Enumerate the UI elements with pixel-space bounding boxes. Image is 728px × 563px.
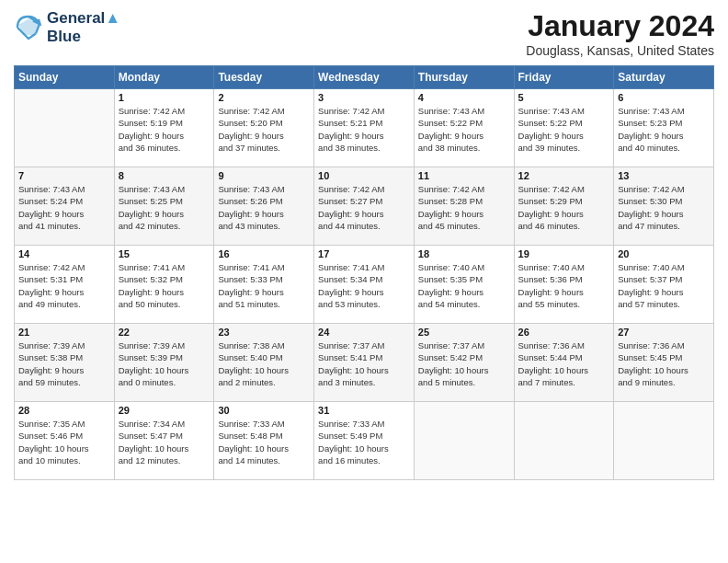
calendar-day-cell: 26Sunrise: 7:36 AM Sunset: 5:44 PM Dayli…	[514, 324, 614, 402]
calendar-day-cell: 23Sunrise: 7:38 AM Sunset: 5:40 PM Dayli…	[214, 324, 314, 402]
day-number: 13	[618, 170, 710, 181]
calendar-day-cell: 2Sunrise: 7:42 AM Sunset: 5:20 PM Daylig…	[214, 89, 314, 167]
day-info: Sunrise: 7:42 AM Sunset: 5:29 PM Dayligh…	[518, 183, 610, 232]
day-info: Sunrise: 7:42 AM Sunset: 5:28 PM Dayligh…	[418, 183, 510, 232]
calendar-week-row: 21Sunrise: 7:39 AM Sunset: 5:38 PM Dayli…	[15, 324, 714, 402]
day-number: 8	[119, 170, 210, 181]
day-number: 27	[618, 327, 710, 338]
weekday-header-cell: Saturday	[614, 66, 714, 89]
day-number: 1	[119, 92, 210, 103]
day-number: 26	[518, 327, 610, 338]
calendar-day-cell: 4Sunrise: 7:43 AM Sunset: 5:22 PM Daylig…	[414, 89, 514, 167]
title-block: January 2024 Douglass, Kansas, United St…	[526, 9, 714, 58]
calendar-day-cell: 27Sunrise: 7:36 AM Sunset: 5:45 PM Dayli…	[614, 324, 714, 402]
day-number: 28	[18, 405, 110, 416]
calendar-day-cell	[414, 402, 514, 480]
day-info: Sunrise: 7:39 AM Sunset: 5:39 PM Dayligh…	[119, 339, 210, 388]
weekday-header-cell: Monday	[114, 66, 214, 89]
calendar-day-cell: 22Sunrise: 7:39 AM Sunset: 5:39 PM Dayli…	[114, 324, 214, 402]
day-number: 16	[218, 248, 310, 259]
calendar-week-row: 7Sunrise: 7:43 AM Sunset: 5:24 PM Daylig…	[15, 167, 714, 246]
weekday-header-cell: Tuesday	[214, 66, 314, 89]
calendar-day-cell: 3Sunrise: 7:42 AM Sunset: 5:21 PM Daylig…	[314, 89, 415, 167]
day-number: 20	[618, 248, 710, 259]
calendar-day-cell: 24Sunrise: 7:37 AM Sunset: 5:41 PM Dayli…	[314, 324, 415, 402]
weekday-header-cell: Thursday	[414, 66, 514, 89]
calendar-day-cell: 25Sunrise: 7:37 AM Sunset: 5:42 PM Dayli…	[414, 324, 514, 402]
day-info: Sunrise: 7:41 AM Sunset: 5:34 PM Dayligh…	[318, 261, 410, 310]
calendar-day-cell: 14Sunrise: 7:42 AM Sunset: 5:31 PM Dayli…	[15, 246, 115, 324]
logo-icon	[14, 13, 43, 42]
weekday-header-cell: Wednesday	[314, 66, 415, 89]
calendar-day-cell: 6Sunrise: 7:43 AM Sunset: 5:23 PM Daylig…	[614, 89, 714, 167]
day-info: Sunrise: 7:38 AM Sunset: 5:40 PM Dayligh…	[218, 339, 310, 388]
day-info: Sunrise: 7:37 AM Sunset: 5:42 PM Dayligh…	[418, 339, 510, 388]
calendar-day-cell: 10Sunrise: 7:42 AM Sunset: 5:27 PM Dayli…	[314, 167, 415, 246]
day-info: Sunrise: 7:43 AM Sunset: 5:26 PM Dayligh…	[218, 183, 310, 232]
calendar-body: 1Sunrise: 7:42 AM Sunset: 5:19 PM Daylig…	[15, 89, 714, 480]
day-number: 3	[318, 92, 410, 103]
day-info: Sunrise: 7:40 AM Sunset: 5:37 PM Dayligh…	[618, 261, 710, 310]
calendar-day-cell: 11Sunrise: 7:42 AM Sunset: 5:28 PM Dayli…	[414, 167, 514, 246]
day-info: Sunrise: 7:42 AM Sunset: 5:30 PM Dayligh…	[618, 183, 710, 232]
calendar-week-row: 14Sunrise: 7:42 AM Sunset: 5:31 PM Dayli…	[15, 246, 714, 324]
day-number: 18	[418, 248, 510, 259]
day-info: Sunrise: 7:36 AM Sunset: 5:45 PM Dayligh…	[618, 339, 710, 388]
calendar-day-cell: 5Sunrise: 7:43 AM Sunset: 5:22 PM Daylig…	[514, 89, 614, 167]
day-number: 2	[218, 92, 310, 103]
day-info: Sunrise: 7:42 AM Sunset: 5:27 PM Dayligh…	[318, 183, 410, 232]
calendar-day-cell: 28Sunrise: 7:35 AM Sunset: 5:46 PM Dayli…	[15, 402, 115, 480]
weekday-header-cell: Friday	[514, 66, 614, 89]
day-number: 4	[418, 92, 510, 103]
weekday-header-row: SundayMondayTuesdayWednesdayThursdayFrid…	[15, 66, 714, 89]
calendar-day-cell	[15, 89, 115, 167]
day-info: Sunrise: 7:40 AM Sunset: 5:35 PM Dayligh…	[418, 261, 510, 310]
day-info: Sunrise: 7:42 AM Sunset: 5:20 PM Dayligh…	[218, 105, 310, 154]
day-number: 21	[18, 327, 110, 338]
day-number: 9	[218, 170, 310, 181]
calendar-table: SundayMondayTuesdayWednesdayThursdayFrid…	[14, 65, 714, 480]
day-info: Sunrise: 7:42 AM Sunset: 5:31 PM Dayligh…	[18, 261, 110, 310]
logo-text: General▲ Blue	[47, 9, 120, 46]
weekday-header-cell: Sunday	[15, 66, 115, 89]
calendar-day-cell: 12Sunrise: 7:42 AM Sunset: 5:29 PM Dayli…	[514, 167, 614, 246]
day-info: Sunrise: 7:40 AM Sunset: 5:36 PM Dayligh…	[518, 261, 610, 310]
day-number: 30	[218, 405, 310, 416]
calendar-day-cell: 13Sunrise: 7:42 AM Sunset: 5:30 PM Dayli…	[614, 167, 714, 246]
day-info: Sunrise: 7:39 AM Sunset: 5:38 PM Dayligh…	[18, 339, 110, 388]
day-number: 12	[518, 170, 610, 181]
month-title: January 2024	[526, 9, 714, 43]
day-number: 17	[318, 248, 410, 259]
calendar-day-cell: 19Sunrise: 7:40 AM Sunset: 5:36 PM Dayli…	[514, 246, 614, 324]
day-number: 23	[218, 327, 310, 338]
calendar-day-cell: 7Sunrise: 7:43 AM Sunset: 5:24 PM Daylig…	[15, 167, 115, 246]
day-number: 7	[18, 170, 110, 181]
day-info: Sunrise: 7:34 AM Sunset: 5:47 PM Dayligh…	[119, 418, 210, 466]
day-number: 6	[618, 92, 710, 103]
logo: General▲ Blue	[14, 9, 120, 46]
day-info: Sunrise: 7:35 AM Sunset: 5:46 PM Dayligh…	[18, 418, 110, 466]
location: Douglass, Kansas, United States	[526, 43, 714, 58]
day-number: 24	[318, 327, 410, 338]
calendar-day-cell: 15Sunrise: 7:41 AM Sunset: 5:32 PM Dayli…	[114, 246, 214, 324]
day-info: Sunrise: 7:41 AM Sunset: 5:33 PM Dayligh…	[218, 261, 310, 310]
calendar-day-cell: 9Sunrise: 7:43 AM Sunset: 5:26 PM Daylig…	[214, 167, 314, 246]
day-info: Sunrise: 7:43 AM Sunset: 5:22 PM Dayligh…	[418, 105, 510, 154]
day-number: 14	[18, 248, 110, 259]
day-number: 5	[518, 92, 610, 103]
calendar-day-cell	[614, 402, 714, 480]
calendar-day-cell: 30Sunrise: 7:33 AM Sunset: 5:48 PM Dayli…	[214, 402, 314, 480]
day-info: Sunrise: 7:43 AM Sunset: 5:23 PM Dayligh…	[618, 105, 710, 154]
day-number: 15	[119, 248, 210, 259]
day-number: 29	[119, 405, 210, 416]
day-number: 25	[418, 327, 510, 338]
day-info: Sunrise: 7:36 AM Sunset: 5:44 PM Dayligh…	[518, 339, 610, 388]
calendar-day-cell: 18Sunrise: 7:40 AM Sunset: 5:35 PM Dayli…	[414, 246, 514, 324]
calendar-day-cell: 31Sunrise: 7:33 AM Sunset: 5:49 PM Dayli…	[314, 402, 415, 480]
day-number: 11	[418, 170, 510, 181]
day-number: 31	[318, 405, 410, 416]
calendar-day-cell: 20Sunrise: 7:40 AM Sunset: 5:37 PM Dayli…	[614, 246, 714, 324]
day-info: Sunrise: 7:42 AM Sunset: 5:21 PM Dayligh…	[318, 105, 410, 154]
calendar-day-cell: 1Sunrise: 7:42 AM Sunset: 5:19 PM Daylig…	[114, 89, 214, 167]
calendar-day-cell: 21Sunrise: 7:39 AM Sunset: 5:38 PM Dayli…	[15, 324, 115, 402]
